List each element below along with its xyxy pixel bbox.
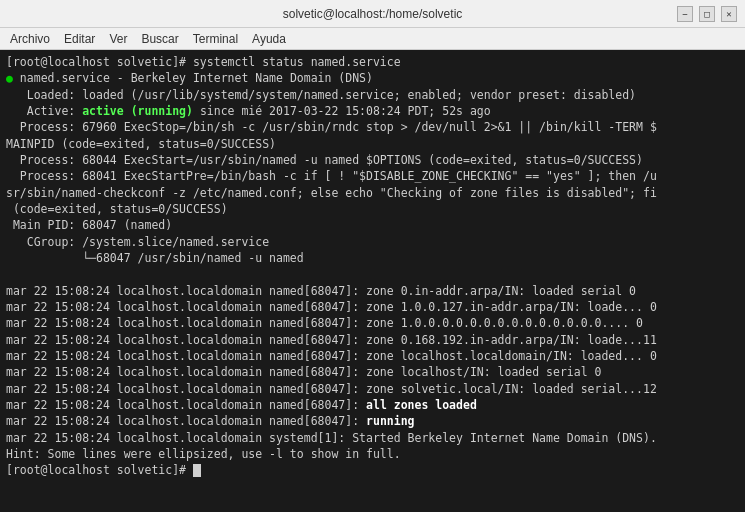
terminal-line-15: mar 22 15:08:24 localhost.localdomain na… (6, 300, 657, 314)
terminal-line-23: mar 22 15:08:24 localhost.localdomain sy… (6, 431, 657, 445)
menu-ver[interactable]: Ver (103, 30, 133, 48)
terminal-line-18: mar 22 15:08:24 localhost.localdomain na… (6, 349, 657, 363)
terminal-line-24: Hint: Some lines were ellipsized, use -l… (6, 447, 401, 461)
terminal-line-10: (code=exited, status=0/SUCCESS) (6, 202, 228, 216)
window-titlebar: solvetic@localhost:/home/solvetic − □ ✕ (0, 0, 745, 28)
terminal-line-12: CGroup: /system.slice/named.service (6, 235, 269, 249)
terminal-line-4: Active: active (running) since mié 2017-… (6, 104, 491, 118)
terminal-line-8: Process: 68041 ExecStartPre=/bin/bash -c… (6, 169, 657, 183)
window-controls[interactable]: − □ ✕ (677, 6, 737, 22)
close-button[interactable]: ✕ (721, 6, 737, 22)
maximize-button[interactable]: □ (699, 6, 715, 22)
terminal-line-16: mar 22 15:08:24 localhost.localdomain na… (6, 316, 643, 330)
terminal-line-6: MAINPID (code=exited, status=0/SUCCESS) (6, 137, 276, 151)
menu-terminal[interactable]: Terminal (187, 30, 244, 48)
terminal-line-7: Process: 68044 ExecStart=/usr/sbin/named… (6, 153, 643, 167)
window-title: solvetic@localhost:/home/solvetic (68, 7, 677, 21)
menubar: Archivo Editar Ver Buscar Terminal Ayuda (0, 28, 745, 50)
menu-ayuda[interactable]: Ayuda (246, 30, 292, 48)
terminal-line-19: mar 22 15:08:24 localhost.localdomain na… (6, 365, 601, 379)
menu-editar[interactable]: Editar (58, 30, 101, 48)
minimize-button[interactable]: − (677, 6, 693, 22)
terminal-prompt: [root@localhost solvetic]# (6, 463, 201, 477)
terminal-line-9: sr/sbin/named-checkconf -z /etc/named.co… (6, 186, 657, 200)
terminal-line-1: [root@localhost solvetic]# systemctl sta… (6, 55, 401, 69)
terminal-line-5: Process: 67960 ExecStop=/bin/sh -c /usr/… (6, 120, 657, 134)
terminal-line-3: Loaded: loaded (/usr/lib/systemd/system/… (6, 88, 636, 102)
terminal[interactable]: [root@localhost solvetic]# systemctl sta… (0, 50, 745, 512)
terminal-line-2: ● named.service - Berkeley Internet Name… (6, 71, 373, 85)
menu-buscar[interactable]: Buscar (135, 30, 184, 48)
terminal-line-13: └─68047 /usr/sbin/named -u named (6, 251, 304, 265)
terminal-line-14: mar 22 15:08:24 localhost.localdomain na… (6, 284, 636, 298)
terminal-line-11: Main PID: 68047 (named) (6, 218, 172, 232)
terminal-line-20: mar 22 15:08:24 localhost.localdomain na… (6, 382, 657, 396)
terminal-line-17: mar 22 15:08:24 localhost.localdomain na… (6, 333, 657, 347)
terminal-line-22: mar 22 15:08:24 localhost.localdomain na… (6, 414, 415, 428)
terminal-line-21: mar 22 15:08:24 localhost.localdomain na… (6, 398, 477, 412)
menu-archivo[interactable]: Archivo (4, 30, 56, 48)
